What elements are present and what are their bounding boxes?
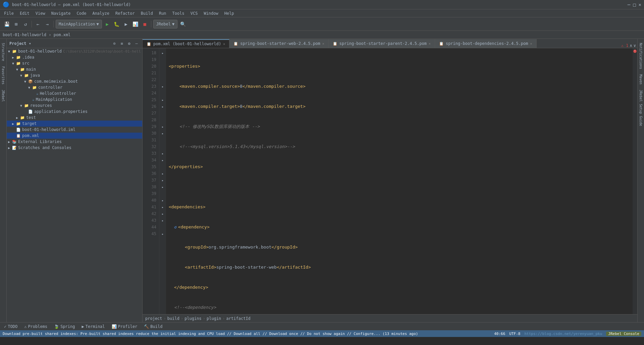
profiler-btn[interactable]: 📊 xyxy=(131,20,140,28)
line-23: 23 xyxy=(143,83,159,90)
tab-dependencies[interactable]: 📋 spring-boot-dependencies-2.4.5.pom × xyxy=(435,39,537,48)
project-scope-btn[interactable]: ⊙ xyxy=(111,41,117,47)
tree-label-src: src xyxy=(22,61,30,66)
toolbar-back-btn[interactable]: ← xyxy=(34,20,42,28)
menu-item-edit[interactable]: Edit xyxy=(17,10,32,16)
project-settings-btn[interactable]: ⚙ xyxy=(126,41,132,47)
tab-pom-xml[interactable]: 📋 pom.xml (boot-01-helloworld) × xyxy=(143,39,229,48)
bottom-tab-build[interactable]: 🔨 Build xyxy=(143,323,164,330)
line-29: 29 xyxy=(143,123,159,130)
bottom-tab-profiler[interactable]: 📊 Profiler xyxy=(110,323,139,330)
menu-item-build[interactable]: Build xyxy=(138,10,156,16)
right-notifications-icon[interactable]: Notifications xyxy=(638,42,643,70)
tab-pom-close[interactable]: × xyxy=(223,42,225,46)
menu-item-run[interactable]: Run xyxy=(156,10,169,16)
reload-icon-26[interactable]: ↺ xyxy=(174,224,177,230)
tree-icon-app-props: 📄 xyxy=(28,110,33,114)
tree-item-app-props[interactable]: 📄 application.properties xyxy=(7,109,142,115)
tree-item-package[interactable]: ▼ 📦 com.meimeixia.boot xyxy=(7,78,142,84)
tree-icon-src: 📁 xyxy=(16,61,21,66)
tab-deps-close[interactable]: × xyxy=(530,42,532,46)
line-33: 33 xyxy=(143,150,159,157)
run-btn[interactable]: ▶ xyxy=(103,20,111,28)
tree-item-target[interactable]: ▶ 📁 target xyxy=(7,121,142,127)
tab-scroll-down[interactable]: ∨ xyxy=(634,43,637,48)
left-jrebel-icon[interactable]: JRebel xyxy=(1,88,6,103)
tree-item-main[interactable]: ▼ 📁 main xyxy=(7,66,142,72)
right-jrebel-setup-icon[interactable]: JRebel Setup Guide xyxy=(638,88,643,127)
tab-starter-web[interactable]: 📋 spring-boot-starter-web-2.4.5.pom × xyxy=(229,39,328,48)
main-application-dropdown[interactable]: MainApplication ▼ xyxy=(56,20,102,28)
tab-parent-label: spring-boot-starter-parent-2.4.5.pom xyxy=(339,41,427,46)
tab-starter-parent[interactable]: 📋 spring-boot-starter-parent-2.4.5.pom × xyxy=(329,39,435,48)
jrebel-dropdown[interactable]: JRebel ▼ xyxy=(153,20,178,28)
tree-item-pom[interactable]: 📋 pom.xml xyxy=(7,133,142,139)
line-25: 25 xyxy=(143,96,159,103)
debug-btn[interactable]: 🐛 xyxy=(113,20,121,28)
tab-scroll-up[interactable]: ∧ xyxy=(630,43,634,48)
toolbar-sync-btn[interactable]: ⊞ xyxy=(12,20,20,28)
tree-icon-package: 📦 xyxy=(28,79,33,84)
tree-item-iml[interactable]: 📄 boot-01-helloworld.iml xyxy=(7,127,142,133)
tab-parent-close[interactable]: × xyxy=(429,42,431,46)
right-gradle-icon[interactable]: Maven xyxy=(638,73,643,86)
stop-btn[interactable]: ■ xyxy=(141,20,149,28)
status-bar: Download pre-built shared indexes: Pre-b… xyxy=(0,330,644,337)
breadcrumb-plugin: plugin xyxy=(207,316,221,321)
left-favorites-icon[interactable]: Favorites xyxy=(1,65,6,86)
tree-item-java[interactable]: ▼ 📁 java xyxy=(7,72,142,78)
menu-item-code[interactable]: Code xyxy=(74,10,89,16)
toolbar-refresh-btn[interactable]: ↺ xyxy=(21,20,30,28)
line-21: 21 xyxy=(143,70,159,76)
tree-label-main-app: MainApplication xyxy=(36,97,72,102)
maximize-button[interactable]: □ xyxy=(633,2,636,7)
jrebel-console-btn[interactable]: JRebel Console xyxy=(606,332,641,336)
left-structure-icon[interactable]: Structure xyxy=(1,42,6,62)
tree-item-hello-controller[interactable]: ☕ HelloController xyxy=(7,90,142,96)
menu-item-analyze[interactable]: Analyze xyxy=(90,10,112,16)
minimize-button[interactable]: ─ xyxy=(628,2,630,7)
tree-item-src[interactable]: ▼ 📁 src xyxy=(7,60,142,66)
search-everywhere-btn[interactable]: 🔍 xyxy=(179,20,187,28)
tree-label-test: test xyxy=(26,115,36,120)
line-numbers: 18 19 20 21 22 23 24 25 26 27 28 29 30 3… xyxy=(143,48,159,314)
menu-item-window[interactable]: Window xyxy=(201,10,221,16)
tree-item-idea[interactable]: ▶ 📁 .idea xyxy=(7,54,142,60)
line-44: 44 xyxy=(143,224,159,230)
tree-item-ext-libs[interactable]: ▶ 📚 External Libraries xyxy=(7,139,142,145)
menu-item-navigate[interactable]: Navigate xyxy=(49,10,73,16)
bottom-tab-terminal[interactable]: ▶ Terminal xyxy=(80,323,106,330)
tree-item-test[interactable]: ▶ 📁 test xyxy=(7,115,142,121)
menu-item-file[interactable]: File xyxy=(1,10,16,16)
bottom-tab-spring[interactable]: 🍃 Spring xyxy=(53,323,76,330)
tree-item-main-app[interactable]: ☕ MainApplication xyxy=(7,96,142,102)
tree-item-root[interactable]: ▼ 📁 boot-01-helloworld C:\Users\32120\De… xyxy=(7,48,142,54)
project-header-icons: ⊙ ≡ ⚙ — xyxy=(111,41,140,47)
tab-web-close[interactable]: × xyxy=(322,42,324,46)
tree-arrow-target: ▶ xyxy=(12,122,16,126)
tree-label-main: main xyxy=(26,67,36,72)
project-collapse-btn[interactable]: ≡ xyxy=(119,41,125,47)
tree-item-controller[interactable]: ▼ 📁 controller xyxy=(7,84,142,90)
jrebel-label: JRebel xyxy=(156,22,171,26)
gutter-42: ▸ xyxy=(159,210,166,217)
toolbar-forward-btn[interactable]: → xyxy=(43,20,51,28)
tree-item-scratches[interactable]: ▶ 📝 Scratches and Consoles xyxy=(7,145,142,151)
tree-item-resources[interactable]: ▼ 📁 resources xyxy=(7,102,142,109)
project-hide-btn[interactable]: — xyxy=(133,41,140,47)
gutter-27 xyxy=(159,110,166,117)
toolbar-save-btn[interactable]: 💾 xyxy=(3,20,11,28)
menu-item-tools[interactable]: Tools xyxy=(170,10,187,16)
run-coverage-btn[interactable]: ▶ xyxy=(122,20,130,28)
menu-item-help[interactable]: Help xyxy=(222,10,237,16)
code-area[interactable]: <properties> <maven.compiler.source>8</m… xyxy=(166,48,633,314)
menu-item-vcs[interactable]: VCS xyxy=(188,10,201,16)
profiler-label: Profiler xyxy=(118,324,138,329)
bottom-tab-todo[interactable]: ✓ TODO xyxy=(3,323,19,330)
breadcrumb-artifactid: artifactId xyxy=(226,316,251,321)
close-button[interactable]: × xyxy=(639,2,641,7)
menu-item-view[interactable]: View xyxy=(33,10,48,16)
bottom-tab-problems[interactable]: ⚠ Problems xyxy=(23,323,49,330)
menu-item-refactor[interactable]: Refactor xyxy=(113,10,138,16)
bottom-breadcrumb: project › build › plugins › plugin › art… xyxy=(143,314,637,322)
